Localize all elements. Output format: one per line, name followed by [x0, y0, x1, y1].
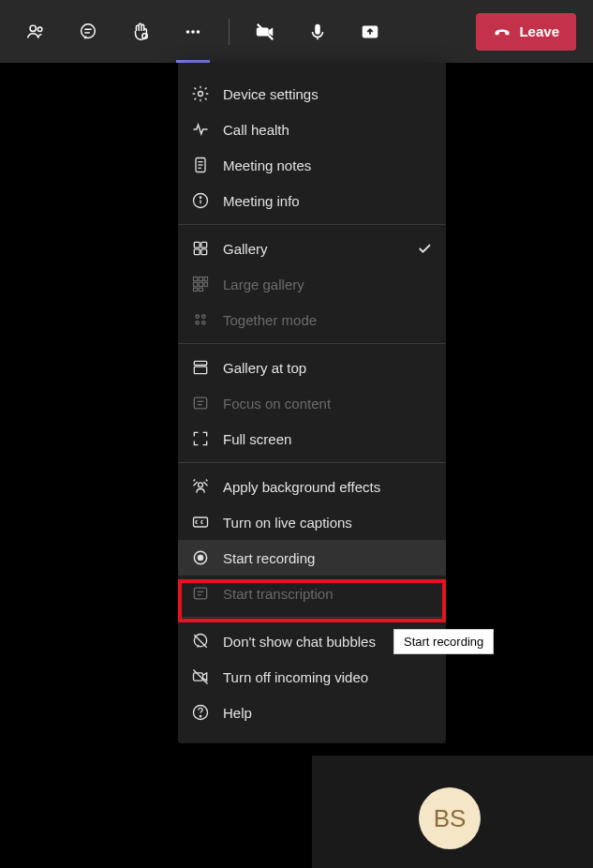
svg-rect-38	[194, 397, 206, 409]
menu-gallery[interactable]: Gallery	[178, 231, 446, 266]
menu-background-effects[interactable]: Apply background effects	[178, 469, 446, 504]
menu-label: Together mode	[223, 312, 317, 328]
svg-point-0	[30, 25, 36, 31]
menu-incoming-video[interactable]: Turn off incoming video	[178, 659, 446, 695]
svg-rect-29	[204, 282, 207, 286]
svg-point-8	[197, 30, 200, 34]
menu-label: Help	[223, 705, 252, 721]
svg-rect-23	[201, 249, 207, 255]
svg-point-12	[199, 92, 203, 97]
more-icon	[183, 22, 203, 42]
menu-label: Call health	[223, 122, 289, 138]
svg-rect-21	[201, 242, 207, 247]
tooltip: Start recording	[393, 629, 494, 654]
check-icon	[416, 240, 433, 257]
svg-point-6	[186, 30, 190, 34]
menu-label: Gallery at top	[223, 360, 306, 376]
svg-rect-27	[194, 282, 198, 286]
focus-icon	[191, 394, 210, 412]
chat-button[interactable]	[62, 6, 114, 58]
meeting-toolbar: Leave	[0, 0, 593, 63]
video-off-icon	[191, 667, 210, 686]
svg-point-41	[199, 483, 203, 487]
large-grid-icon	[191, 275, 210, 293]
leave-button[interactable]: Leave	[476, 13, 576, 51]
svg-point-34	[196, 322, 199, 324]
menu-gallery-top[interactable]: Gallery at top	[178, 350, 446, 385]
svg-point-7	[191, 30, 195, 34]
svg-point-49	[199, 556, 203, 561]
camera-button[interactable]	[239, 6, 291, 58]
grid-icon	[191, 239, 210, 258]
gear-icon	[191, 84, 210, 103]
people-button[interactable]	[9, 6, 62, 58]
menu-device-settings[interactable]: Device settings	[178, 76, 446, 112]
svg-point-35	[202, 322, 205, 324]
svg-line-42	[194, 480, 196, 482]
svg-rect-50	[194, 588, 206, 599]
menu-label: Don't show chat bubbles	[223, 634, 376, 650]
camera-off-icon	[255, 22, 275, 42]
record-icon	[191, 548, 210, 567]
svg-rect-22	[194, 249, 200, 255]
menu-focus-content: Focus on content	[178, 385, 446, 421]
mic-icon	[307, 22, 328, 42]
hangup-icon	[493, 22, 511, 41]
captions-icon	[191, 513, 210, 531]
together-icon	[191, 310, 210, 329]
share-button[interactable]	[344, 6, 396, 58]
svg-rect-25	[199, 277, 202, 281]
people-icon	[25, 22, 46, 42]
menu-label: Meeting notes	[223, 157, 311, 173]
more-actions-button[interactable]	[167, 6, 219, 58]
menu-live-captions[interactable]: Turn on live captions	[178, 504, 446, 540]
svg-point-19	[200, 197, 200, 198]
menu-full-screen[interactable]: Full screen	[178, 421, 446, 456]
svg-rect-30	[194, 288, 198, 291]
menu-label: Large gallery	[223, 277, 304, 292]
gallery-top-icon	[191, 358, 210, 377]
mic-button[interactable]	[291, 6, 344, 58]
menu-start-recording[interactable]: Start recording	[178, 540, 446, 576]
svg-point-58	[200, 716, 200, 717]
chat-off-icon	[191, 632, 210, 651]
svg-point-2	[82, 23, 96, 37]
help-icon	[191, 703, 210, 722]
menu-label: Gallery	[223, 241, 268, 257]
toolbar-divider	[229, 19, 230, 45]
raise-hand-icon	[130, 22, 151, 42]
pulse-icon	[191, 120, 210, 139]
menu-call-health[interactable]: Call health	[178, 112, 446, 147]
menu-label: Start transcription	[223, 586, 334, 602]
svg-rect-28	[199, 282, 202, 286]
info-icon	[191, 191, 210, 210]
menu-label: Start recording	[223, 550, 315, 566]
svg-rect-37	[194, 367, 206, 374]
reactions-button[interactable]	[114, 6, 167, 58]
menu-meeting-notes[interactable]: Meeting notes	[178, 147, 446, 183]
menu-label: Full screen	[223, 431, 291, 447]
svg-line-56	[194, 670, 208, 684]
svg-rect-31	[199, 288, 202, 291]
svg-line-46	[203, 482, 207, 486]
menu-label: Turn off incoming video	[223, 669, 368, 685]
menu-label: Apply background effects	[223, 479, 380, 495]
svg-point-33	[202, 315, 205, 318]
menu-large-gallery: Large gallery	[178, 266, 446, 302]
svg-rect-24	[194, 277, 198, 281]
leave-label: Leave	[519, 23, 559, 39]
svg-rect-26	[204, 277, 207, 281]
menu-help[interactable]: Help	[178, 695, 446, 730]
background-icon	[191, 477, 210, 496]
svg-line-45	[206, 480, 208, 482]
svg-point-32	[196, 315, 199, 318]
menu-start-transcription: Start transcription	[178, 576, 446, 611]
avatar: BS	[419, 787, 481, 849]
svg-rect-20	[194, 242, 200, 247]
transcription-icon	[191, 584, 210, 603]
menu-label: Focus on content	[223, 396, 331, 412]
menu-label: Meeting info	[223, 193, 300, 209]
svg-rect-36	[194, 361, 206, 365]
svg-point-1	[37, 26, 42, 31]
menu-meeting-info[interactable]: Meeting info	[178, 183, 446, 218]
